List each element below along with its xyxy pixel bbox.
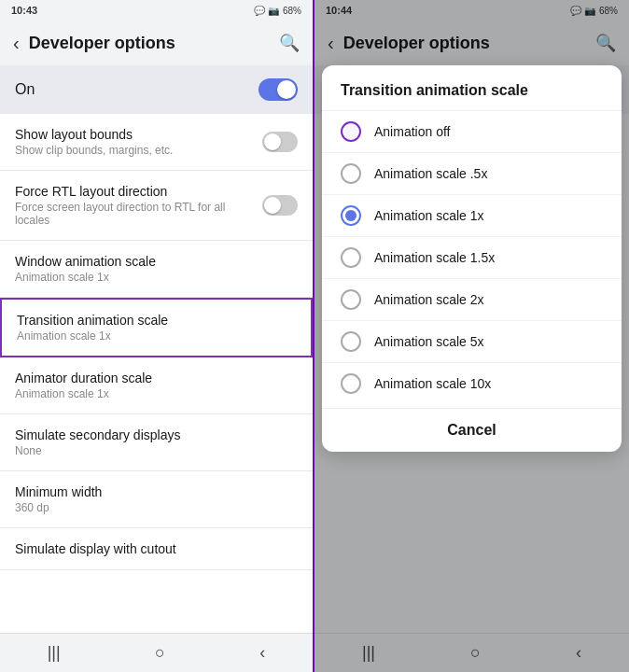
status-bar-left: 10:43 💬 📷 68% xyxy=(0,0,313,21)
radio-circle-5 xyxy=(341,331,361,352)
radio-label-3: Animation scale 1.5x xyxy=(374,250,495,265)
radio-label-5: Animation scale 5x xyxy=(374,334,484,349)
radio-circle-3 xyxy=(341,247,361,268)
time-left: 10:43 xyxy=(11,5,37,16)
on-toggle-left[interactable] xyxy=(259,78,298,101)
item-title-6: Minimum width xyxy=(15,484,298,499)
nav-home-left[interactable]: ○ xyxy=(140,639,180,666)
radio-item-animation-off[interactable]: Animation off xyxy=(322,111,622,153)
item-subtitle-5: None xyxy=(15,444,298,457)
item-subtitle-0: Show clip bounds, margins, etc. xyxy=(15,144,262,157)
radio-item-0.5x[interactable]: Animation scale .5x xyxy=(322,153,622,195)
settings-list-left: Show layout bounds Show clip bounds, mar… xyxy=(0,114,313,633)
left-panel: 10:43 💬 📷 68% ‹ Developer options 🔍 On S… xyxy=(0,0,314,672)
radio-label-0: Animation off xyxy=(374,124,450,139)
item-title-3: Transition animation scale xyxy=(17,313,296,328)
battery-left: 68% xyxy=(283,6,301,16)
list-item[interactable]: Minimum width 360 dp xyxy=(0,471,313,528)
item-title-5: Simulate secondary displays xyxy=(15,427,298,442)
radio-list: Animation off Animation scale .5x Animat… xyxy=(322,111,622,404)
radio-item-2x[interactable]: Animation scale 2x xyxy=(322,279,622,321)
radio-label-6: Animation scale 10x xyxy=(374,376,491,391)
list-item[interactable]: Force RTL layout direction Force screen … xyxy=(0,171,313,241)
list-item[interactable]: Simulate display with cutout xyxy=(0,528,313,570)
top-bar-left: ‹ Developer options 🔍 xyxy=(0,21,313,65)
radio-label-2: Animation scale 1x xyxy=(374,208,484,223)
list-item[interactable]: Window animation scale Animation scale 1… xyxy=(0,241,313,298)
item-title-2: Window animation scale xyxy=(15,254,298,269)
item-title-4: Animator duration scale xyxy=(15,371,298,385)
radio-circle-6 xyxy=(341,373,361,394)
transition-animation-dialog: Transition animation scale Animation off… xyxy=(322,65,622,452)
item-subtitle-4: Animation scale 1x xyxy=(15,387,298,400)
radio-circle-0 xyxy=(341,121,361,142)
radio-item-1x[interactable]: Animation scale 1x xyxy=(322,195,622,237)
list-item[interactable]: Simulate secondary displays None xyxy=(0,414,313,471)
back-button-left[interactable]: ‹ xyxy=(13,33,20,54)
right-panel: 10:44 💬 📷 68% ‹ Developer options 🔍 On T… xyxy=(314,0,629,672)
search-icon-left[interactable]: 🔍 xyxy=(279,33,300,53)
item-title-1: Force RTL layout direction xyxy=(15,184,262,199)
item-subtitle-1: Force screen layout direction to RTL for… xyxy=(15,201,262,227)
item-subtitle-3: Animation scale 1x xyxy=(17,329,296,343)
radio-label-4: Animation scale 2x xyxy=(374,292,484,307)
nav-back-left[interactable]: ‹ xyxy=(245,639,280,666)
radio-item-1.5x[interactable]: Animation scale 1.5x xyxy=(322,237,622,279)
item-title-7: Simulate display with cutout xyxy=(15,541,298,556)
on-row-left: On xyxy=(0,65,313,114)
item-subtitle-2: Animation scale 1x xyxy=(15,271,298,284)
radio-circle-2 xyxy=(341,205,361,226)
item-title-0: Show layout bounds xyxy=(15,127,262,142)
radio-label-1: Animation scale .5x xyxy=(374,166,487,181)
on-label-left: On xyxy=(15,81,35,98)
sim-icon: 💬 📷 xyxy=(254,6,279,16)
list-item[interactable]: Animator duration scale Animation scale … xyxy=(0,357,313,414)
radio-circle-1 xyxy=(341,163,361,184)
toggle-1[interactable] xyxy=(262,195,298,216)
item-subtitle-6: 360 dp xyxy=(15,501,298,514)
status-icons-left: 💬 📷 68% xyxy=(254,6,301,16)
list-item[interactable]: Show layout bounds Show clip bounds, mar… xyxy=(0,114,313,171)
page-title-left: Developer options xyxy=(29,34,279,53)
bottom-nav-left: ||| ○ ‹ xyxy=(0,633,313,672)
radio-circle-4 xyxy=(341,289,361,310)
dialog-title: Transition animation scale xyxy=(322,65,622,111)
radio-item-10x[interactable]: Animation scale 10x xyxy=(322,363,622,404)
cancel-button[interactable]: Cancel xyxy=(322,408,622,444)
toggle-0[interactable] xyxy=(262,132,298,152)
list-item-highlighted[interactable]: Transition animation scale Animation sca… xyxy=(0,298,313,357)
radio-item-5x[interactable]: Animation scale 5x xyxy=(322,321,622,363)
nav-recents-left[interactable]: ||| xyxy=(33,639,76,666)
